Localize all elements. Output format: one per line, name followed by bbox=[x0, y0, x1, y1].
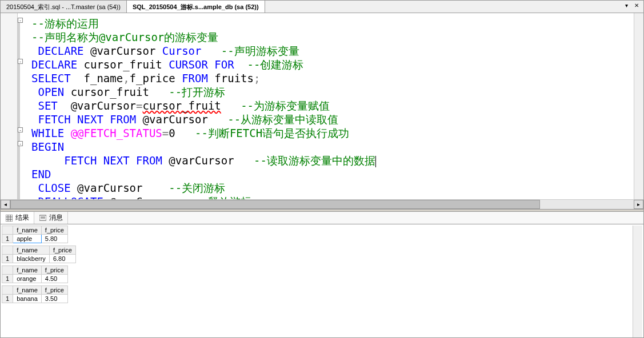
row-header[interactable]: 1 bbox=[2, 295, 13, 303]
results-tab-bar: 结果 消息 bbox=[1, 212, 643, 224]
column-header[interactable]: f_name bbox=[13, 226, 42, 235]
close-icon[interactable]: ✕ bbox=[632, 1, 641, 10]
editor-vertical-scrollbar[interactable] bbox=[634, 13, 643, 199]
code-text[interactable]: --游标的运用 --声明名称为@varCursor的游标变量 DECLARE @… bbox=[18, 13, 634, 199]
grid-corner bbox=[2, 286, 13, 295]
results-body: f_namef_price1apple5.80f_namef_price1bla… bbox=[1, 224, 643, 337]
fold-toggle-icon[interactable]: - bbox=[18, 127, 23, 132]
svg-rect-0 bbox=[6, 215, 13, 222]
column-header[interactable]: f_price bbox=[41, 266, 67, 275]
tab-messages-label: 消息 bbox=[49, 213, 63, 223]
cell[interactable]: 3.50 bbox=[41, 295, 67, 303]
column-header[interactable]: f_price bbox=[49, 246, 75, 255]
results-panel: 结果 消息 f_namef_price1apple5.80f_namef_pri… bbox=[1, 212, 643, 337]
messages-icon bbox=[39, 214, 47, 222]
tab-dropdown-icon[interactable]: ▾ bbox=[622, 1, 631, 10]
sql-editor-window: 20150504_索引.sql - ...T.master (sa (54)) … bbox=[0, 0, 644, 338]
fold-toggle-icon[interactable]: - bbox=[18, 141, 23, 146]
fold-toggle-icon[interactable]: - bbox=[18, 18, 23, 23]
result-grid[interactable]: f_namef_price1orange4.50 bbox=[2, 265, 68, 283]
column-header[interactable]: f_price bbox=[41, 286, 67, 295]
column-header[interactable]: f_name bbox=[13, 266, 42, 275]
cell[interactable]: banana bbox=[13, 295, 42, 303]
tab-results-label: 结果 bbox=[15, 213, 29, 223]
results-vertical-scrollbar[interactable] bbox=[633, 226, 642, 337]
column-header[interactable]: f_name bbox=[13, 246, 50, 255]
result-grid[interactable]: f_namef_price1banana3.50 bbox=[2, 285, 68, 303]
table-row[interactable]: 1orange4.50 bbox=[2, 275, 68, 283]
table-row[interactable]: 1apple5.80 bbox=[2, 235, 68, 243]
table-row[interactable]: 1banana3.50 bbox=[2, 295, 68, 303]
cell[interactable]: blackberry bbox=[13, 255, 50, 263]
editor-horizontal-scrollbar[interactable]: ◄ ► bbox=[1, 199, 643, 209]
grid-corner bbox=[2, 226, 13, 235]
scroll-left-icon[interactable]: ◄ bbox=[1, 200, 10, 209]
grid-corner bbox=[2, 246, 13, 255]
document-tab-bar: 20150504_索引.sql - ...T.master (sa (54)) … bbox=[1, 1, 643, 13]
code-editor-area: ---- --游标的运用 --声明名称为@varCursor的游标变量 DECL… bbox=[1, 13, 643, 199]
result-grid-container: f_namef_price1apple5.80f_namef_price1bla… bbox=[2, 226, 633, 337]
cell[interactable]: 6.80 bbox=[49, 255, 75, 263]
fold-bar bbox=[18, 18, 20, 199]
cell[interactable]: apple bbox=[13, 235, 42, 243]
tab-active[interactable]: SQL_20150504_游标.s...ample_db (sa (52)) bbox=[127, 1, 265, 13]
result-grid[interactable]: f_namef_price1apple5.80 bbox=[2, 226, 68, 243]
row-header[interactable]: 1 bbox=[2, 235, 13, 243]
hscroll-thumb[interactable] bbox=[10, 200, 540, 209]
scroll-right-icon[interactable]: ► bbox=[634, 200, 643, 209]
tab-results[interactable]: 结果 bbox=[1, 212, 34, 224]
row-header[interactable]: 1 bbox=[2, 255, 13, 263]
column-header[interactable]: f_name bbox=[13, 286, 42, 295]
editor-gutter bbox=[1, 13, 18, 199]
tab-inactive[interactable]: 20150504_索引.sql - ...T.master (sa (54)) bbox=[1, 1, 127, 13]
column-header[interactable]: f_price bbox=[41, 226, 67, 235]
cell[interactable]: 4.50 bbox=[41, 275, 67, 283]
grid-icon bbox=[5, 214, 13, 222]
table-row[interactable]: 1blackberry6.80 bbox=[2, 255, 76, 263]
row-header[interactable]: 1 bbox=[2, 275, 13, 283]
tab-messages[interactable]: 消息 bbox=[34, 212, 68, 224]
cell[interactable]: orange bbox=[13, 275, 42, 283]
result-grid[interactable]: f_namef_price1blackberry6.80 bbox=[2, 246, 76, 263]
cell[interactable]: 5.80 bbox=[41, 235, 67, 243]
fold-toggle-icon[interactable]: - bbox=[18, 59, 23, 64]
grid-corner bbox=[2, 266, 13, 275]
